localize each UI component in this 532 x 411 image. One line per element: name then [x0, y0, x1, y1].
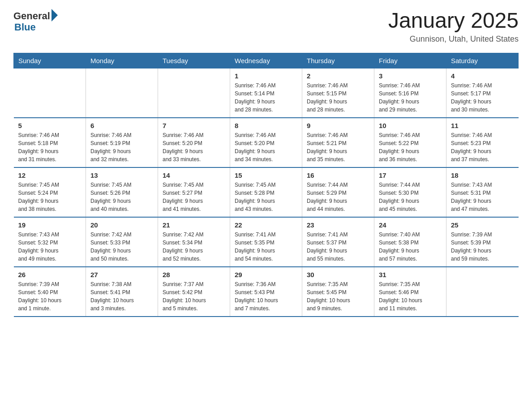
day-info: Sunrise: 7:45 AM Sunset: 5:28 PM Dayligh…	[235, 181, 297, 213]
logo-triangle-icon	[51, 9, 58, 21]
day-number: 19	[18, 221, 82, 229]
day-info: Sunrise: 7:38 AM Sunset: 5:41 PM Dayligh…	[90, 280, 153, 313]
calendar-day-cell: 11Sunrise: 7:46 AM Sunset: 5:23 PM Dayli…	[446, 118, 519, 167]
calendar-day-cell: 10Sunrise: 7:46 AM Sunset: 5:22 PM Dayli…	[374, 118, 446, 167]
calendar-day-cell: 27Sunrise: 7:38 AM Sunset: 5:41 PM Dayli…	[86, 267, 158, 317]
day-number: 17	[379, 171, 442, 179]
calendar-day-cell: 7Sunrise: 7:46 AM Sunset: 5:20 PM Daylig…	[158, 118, 230, 167]
day-info: Sunrise: 7:41 AM Sunset: 5:37 PM Dayligh…	[307, 231, 369, 263]
day-number: 15	[235, 171, 297, 179]
day-number: 31	[379, 271, 442, 278]
day-number: 22	[235, 221, 297, 229]
calendar-week-row: 19Sunrise: 7:43 AM Sunset: 5:32 PM Dayli…	[14, 217, 519, 267]
day-info: Sunrise: 7:46 AM Sunset: 5:20 PM Dayligh…	[163, 131, 225, 163]
day-number: 3	[379, 72, 442, 80]
day-info: Sunrise: 7:41 AM Sunset: 5:35 PM Dayligh…	[235, 231, 297, 263]
calendar-day-cell	[14, 68, 86, 118]
day-info: Sunrise: 7:46 AM Sunset: 5:14 PM Dayligh…	[235, 81, 297, 114]
day-info: Sunrise: 7:45 AM Sunset: 5:24 PM Dayligh…	[18, 181, 82, 213]
day-number: 7	[163, 122, 225, 129]
day-number: 30	[307, 271, 369, 278]
calendar-day-cell: 31Sunrise: 7:35 AM Sunset: 5:46 PM Dayli…	[374, 267, 446, 317]
calendar-day-cell: 18Sunrise: 7:43 AM Sunset: 5:31 PM Dayli…	[446, 167, 519, 217]
logo-general-text: General	[13, 10, 50, 22]
logo: General Blue	[13, 9, 58, 33]
day-number: 6	[90, 122, 153, 129]
day-number: 14	[163, 171, 225, 179]
day-number: 28	[163, 271, 225, 278]
calendar-day-cell: 3Sunrise: 7:46 AM Sunset: 5:16 PM Daylig…	[374, 68, 446, 118]
calendar-header-row: SundayMondayTuesdayWednesdayThursdayFrid…	[14, 53, 519, 68]
day-info: Sunrise: 7:45 AM Sunset: 5:27 PM Dayligh…	[163, 181, 225, 213]
logo-blue-text: Blue	[13, 21, 36, 33]
calendar-day-cell: 21Sunrise: 7:42 AM Sunset: 5:34 PM Dayli…	[158, 217, 230, 267]
day-info: Sunrise: 7:46 AM Sunset: 5:15 PM Dayligh…	[307, 81, 369, 114]
day-number: 24	[379, 221, 442, 229]
calendar-day-cell: 15Sunrise: 7:45 AM Sunset: 5:28 PM Dayli…	[230, 167, 302, 217]
day-number: 16	[307, 171, 369, 179]
day-info: Sunrise: 7:46 AM Sunset: 5:21 PM Dayligh…	[307, 131, 369, 163]
day-info: Sunrise: 7:43 AM Sunset: 5:32 PM Dayligh…	[18, 231, 82, 263]
calendar-day-cell: 16Sunrise: 7:44 AM Sunset: 5:29 PM Dayli…	[302, 167, 374, 217]
calendar-day-header: Friday	[374, 53, 446, 68]
calendar-day-cell: 24Sunrise: 7:40 AM Sunset: 5:38 PM Dayli…	[374, 217, 446, 267]
day-info: Sunrise: 7:46 AM Sunset: 5:18 PM Dayligh…	[18, 131, 82, 163]
day-number: 1	[235, 72, 297, 80]
calendar-day-cell: 22Sunrise: 7:41 AM Sunset: 5:35 PM Dayli…	[230, 217, 302, 267]
calendar-day-header: Monday	[86, 53, 158, 68]
calendar-day-cell: 23Sunrise: 7:41 AM Sunset: 5:37 PM Dayli…	[302, 217, 374, 267]
day-info: Sunrise: 7:46 AM Sunset: 5:17 PM Dayligh…	[451, 81, 514, 114]
day-info: Sunrise: 7:43 AM Sunset: 5:31 PM Dayligh…	[451, 181, 514, 213]
calendar-day-cell: 20Sunrise: 7:42 AM Sunset: 5:33 PM Dayli…	[86, 217, 158, 267]
day-number: 5	[18, 122, 82, 129]
calendar-day-cell: 25Sunrise: 7:39 AM Sunset: 5:39 PM Dayli…	[446, 217, 519, 267]
day-info: Sunrise: 7:39 AM Sunset: 5:39 PM Dayligh…	[451, 231, 514, 263]
calendar-day-cell	[86, 68, 158, 118]
day-info: Sunrise: 7:39 AM Sunset: 5:40 PM Dayligh…	[18, 280, 82, 313]
calendar-day-cell: 2Sunrise: 7:46 AM Sunset: 5:15 PM Daylig…	[302, 68, 374, 118]
calendar-week-row: 1Sunrise: 7:46 AM Sunset: 5:14 PM Daylig…	[14, 68, 519, 118]
calendar-table: SundayMondayTuesdayWednesdayThursdayFrid…	[13, 53, 519, 317]
calendar-week-row: 26Sunrise: 7:39 AM Sunset: 5:40 PM Dayli…	[14, 267, 519, 317]
day-info: Sunrise: 7:44 AM Sunset: 5:29 PM Dayligh…	[307, 181, 369, 213]
calendar-day-cell: 26Sunrise: 7:39 AM Sunset: 5:40 PM Dayli…	[14, 267, 86, 317]
day-number: 18	[451, 171, 514, 179]
day-number: 8	[235, 122, 297, 129]
day-info: Sunrise: 7:46 AM Sunset: 5:19 PM Dayligh…	[90, 131, 153, 163]
day-number: 26	[18, 271, 82, 278]
calendar-day-cell: 28Sunrise: 7:37 AM Sunset: 5:42 PM Dayli…	[158, 267, 230, 317]
month-title: January 2025	[388, 9, 519, 33]
calendar-day-header: Thursday	[302, 53, 374, 68]
day-info: Sunrise: 7:45 AM Sunset: 5:26 PM Dayligh…	[90, 181, 153, 213]
title-area: January 2025 Gunnison, Utah, United Stat…	[388, 9, 519, 44]
calendar-week-row: 5Sunrise: 7:46 AM Sunset: 5:18 PM Daylig…	[14, 118, 519, 167]
calendar-day-cell: 4Sunrise: 7:46 AM Sunset: 5:17 PM Daylig…	[446, 68, 519, 118]
day-info: Sunrise: 7:46 AM Sunset: 5:23 PM Dayligh…	[451, 131, 514, 163]
day-info: Sunrise: 7:35 AM Sunset: 5:45 PM Dayligh…	[307, 280, 369, 313]
day-number: 20	[90, 221, 153, 229]
calendar-day-cell: 8Sunrise: 7:46 AM Sunset: 5:20 PM Daylig…	[230, 118, 302, 167]
day-info: Sunrise: 7:44 AM Sunset: 5:30 PM Dayligh…	[379, 181, 442, 213]
calendar-day-cell: 14Sunrise: 7:45 AM Sunset: 5:27 PM Dayli…	[158, 167, 230, 217]
calendar-day-cell: 1Sunrise: 7:46 AM Sunset: 5:14 PM Daylig…	[230, 68, 302, 118]
page-header: General Blue January 2025 Gunnison, Utah…	[13, 9, 519, 44]
calendar-week-row: 12Sunrise: 7:45 AM Sunset: 5:24 PM Dayli…	[14, 167, 519, 217]
calendar-day-header: Tuesday	[158, 53, 230, 68]
day-number: 9	[307, 122, 369, 129]
calendar-day-header: Sunday	[14, 53, 86, 68]
day-number: 27	[90, 271, 153, 278]
day-info: Sunrise: 7:35 AM Sunset: 5:46 PM Dayligh…	[379, 280, 442, 313]
location: Gunnison, Utah, United States	[388, 34, 519, 44]
calendar-day-cell	[446, 267, 519, 317]
calendar-day-cell: 13Sunrise: 7:45 AM Sunset: 5:26 PM Dayli…	[86, 167, 158, 217]
day-info: Sunrise: 7:46 AM Sunset: 5:22 PM Dayligh…	[379, 131, 442, 163]
calendar-day-header: Wednesday	[230, 53, 302, 68]
day-info: Sunrise: 7:46 AM Sunset: 5:16 PM Dayligh…	[379, 81, 442, 114]
calendar-day-cell: 19Sunrise: 7:43 AM Sunset: 5:32 PM Dayli…	[14, 217, 86, 267]
calendar-day-cell: 30Sunrise: 7:35 AM Sunset: 5:45 PM Dayli…	[302, 267, 374, 317]
day-info: Sunrise: 7:37 AM Sunset: 5:42 PM Dayligh…	[163, 280, 225, 313]
calendar-day-cell: 12Sunrise: 7:45 AM Sunset: 5:24 PM Dayli…	[14, 167, 86, 217]
day-number: 2	[307, 72, 369, 80]
day-number: 23	[307, 221, 369, 229]
day-number: 12	[18, 171, 82, 179]
